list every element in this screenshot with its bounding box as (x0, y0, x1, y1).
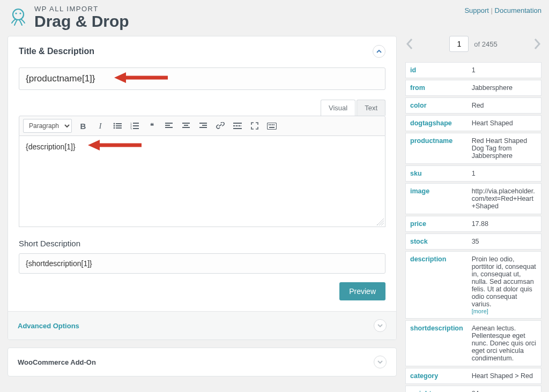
record-key: sku (405, 165, 468, 182)
table-row: fromJabbersphere (405, 80, 541, 96)
bullet-list-button[interactable] (112, 120, 123, 132)
woocommerce-title[interactable]: WooCommerce Add-On (18, 358, 96, 366)
record-value: Heart Shaped (468, 115, 541, 131)
table-row: id1 (405, 62, 541, 78)
pager-prev-button[interactable] (405, 37, 414, 50)
svg-rect-23 (199, 123, 207, 124)
svg-rect-14 (133, 125, 139, 126)
top-links: Support | Documentation (464, 5, 541, 14)
chevron-up-icon (376, 49, 382, 54)
svg-point-5 (114, 123, 115, 125)
svg-rect-8 (116, 125, 122, 126)
svg-rect-18 (165, 125, 170, 126)
record-value: Red Heart Shaped Dog Tag from Jabbersphe… (468, 133, 541, 164)
table-row: imagehttp://via.placeholder.com/text=Red… (405, 183, 541, 214)
svg-rect-33 (269, 124, 270, 125)
italic-button[interactable]: I (94, 120, 106, 132)
short-description-input[interactable] (19, 253, 385, 274)
link-button[interactable] (214, 120, 226, 132)
svg-rect-10 (116, 127, 122, 129)
svg-point-9 (114, 127, 115, 129)
svg-rect-30 (239, 125, 240, 126)
table-row: productnameRed Heart Shaped Dog Tag from… (405, 133, 541, 164)
collapse-button[interactable] (373, 45, 385, 58)
product-title-input[interactable] (19, 67, 385, 90)
table-row: colorRed (405, 97, 541, 114)
short-description-label: Short Description (19, 239, 385, 248)
record-value: 35 (468, 233, 541, 250)
support-link[interactable]: Support (464, 6, 489, 14)
preview-button[interactable]: Preview (339, 282, 385, 300)
keyboard-button[interactable] (266, 120, 278, 132)
svg-rect-6 (116, 123, 122, 124)
svg-rect-25 (199, 127, 207, 128)
panel-woocommerce: WooCommerce Add-On (8, 348, 397, 376)
svg-rect-19 (165, 127, 173, 128)
record-value: Red (468, 97, 541, 114)
record-value: 1 (468, 62, 541, 78)
expand-advanced-button[interactable] (374, 319, 387, 332)
quote-button[interactable]: ❝ (146, 120, 158, 132)
record-value: 24 (468, 386, 541, 392)
chevron-down-icon (377, 323, 383, 328)
format-select[interactable]: Paragraph (23, 119, 72, 133)
align-center-button[interactable] (180, 120, 192, 132)
table-row: stock35 (405, 233, 541, 250)
description-editor: Visual Text Paragraph B I (19, 100, 385, 227)
fullscreen-button[interactable] (249, 120, 261, 132)
svg-rect-24 (202, 125, 207, 126)
documentation-link[interactable]: Documentation (495, 6, 541, 14)
table-row: descriptionProin leo odio, porttitor id,… (405, 251, 541, 319)
svg-rect-16 (133, 128, 139, 129)
svg-point-2 (19, 12, 21, 14)
svg-rect-21 (184, 125, 188, 126)
numbered-list-button[interactable]: 123 (129, 120, 140, 132)
bold-button[interactable]: B (77, 120, 89, 132)
record-key: description (405, 251, 468, 319)
advanced-options-title[interactable]: Advanced Options (18, 322, 79, 330)
tab-text[interactable]: Text (357, 100, 385, 116)
svg-point-0 (13, 9, 24, 20)
align-right-button[interactable] (197, 120, 209, 132)
table-row: categoryHeart Shaped > Red (405, 368, 541, 384)
keyboard-icon (267, 123, 277, 130)
fullscreen-icon (251, 122, 258, 130)
numbered-list-icon: 123 (130, 122, 139, 130)
record-key: productname (405, 133, 468, 164)
description-value: {description[1]} (26, 142, 76, 151)
record-key: shortdescription (405, 320, 468, 366)
record-key: weight (405, 386, 468, 392)
record-value: Proin leo odio, porttitor id, consequat … (468, 251, 541, 319)
panel-title-description: Title & Description (8, 36, 397, 340)
svg-point-1 (15, 12, 17, 14)
resize-handle[interactable] (376, 218, 384, 225)
expand-woocommerce-button[interactable] (374, 356, 387, 368)
svg-rect-32 (268, 123, 277, 129)
record-key: from (405, 80, 468, 96)
tab-visual[interactable]: Visual (321, 100, 355, 116)
align-left-button[interactable] (163, 120, 175, 132)
record-key: stock (405, 233, 468, 250)
pager-current-input[interactable] (449, 36, 469, 52)
record-value: 1 (468, 165, 541, 182)
brand-big-text: Drag & Drop (34, 13, 129, 30)
record-key: price (405, 216, 468, 232)
description-textarea[interactable]: {description[1]} (19, 136, 385, 227)
chevron-right-icon (533, 37, 541, 50)
record-key: id (405, 62, 468, 78)
table-row: shortdescriptionAenean lectus. Pellentes… (405, 320, 541, 366)
annotation-arrow-icon (88, 138, 142, 152)
logo-icon (8, 7, 29, 28)
brand-small-text: WP ALL IMPORT (34, 5, 129, 13)
record-value: Jabbersphere (468, 80, 541, 96)
svg-text:3: 3 (130, 127, 132, 130)
insert-more-button[interactable] (232, 120, 243, 132)
svg-rect-35 (272, 124, 273, 125)
more-link[interactable]: [more] (472, 308, 537, 314)
chevron-left-icon (405, 37, 414, 50)
record-table: id1fromJabberspherecolorReddogtagshapeHe… (405, 61, 541, 392)
svg-rect-12 (133, 123, 139, 124)
pager-next-button[interactable] (533, 37, 541, 50)
record-key: color (405, 97, 468, 114)
svg-marker-39 (88, 140, 100, 150)
